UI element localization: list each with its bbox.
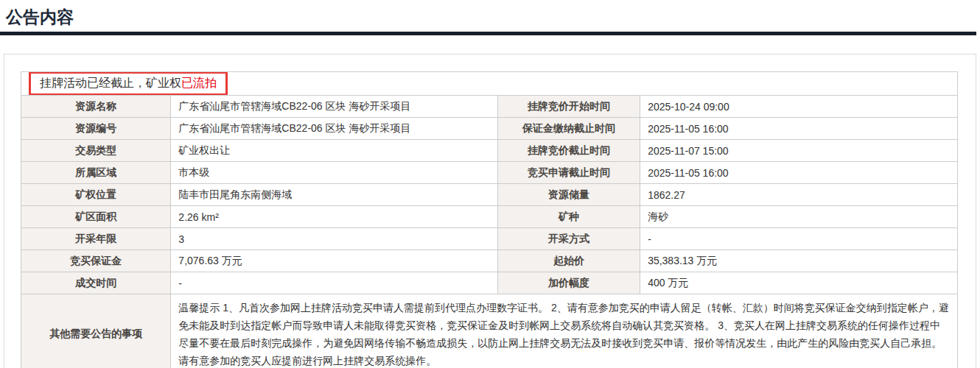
row-label: 起始价 bbox=[497, 250, 640, 272]
row-value: 7,076.63 万元 bbox=[171, 250, 498, 272]
row-value: 海砂 bbox=[640, 206, 958, 228]
table-row: 资源名称 广东省汕尾市管辖海域CB22-06 区块 海砂开采项目 挂牌竞价开始时… bbox=[21, 96, 958, 118]
page-title: 公告内容 bbox=[0, 0, 980, 27]
row-label: 竞买保证金 bbox=[21, 250, 171, 272]
table-row: 交易类型 矿业权出让 挂牌竞价截止时间 2025-11-07 15:00 bbox=[21, 140, 958, 162]
row-value: 2025-11-05 16:00 bbox=[640, 118, 958, 140]
row-label: 成交时间 bbox=[21, 272, 171, 294]
status-banner-text: 挂牌活动已经截止，矿业权 bbox=[40, 77, 181, 89]
row-label: 矿种 bbox=[497, 206, 640, 228]
table-row: 成交时间 - 加价幅度 400 万元 bbox=[21, 272, 958, 294]
row-value: 2025-11-05 16:00 bbox=[640, 162, 958, 184]
announcement-table: 挂牌活动已经截止，矿业权已流拍 资源名称 广东省汕尾市管辖海域CB22-06 区… bbox=[21, 71, 958, 368]
row-value: - bbox=[640, 228, 958, 250]
row-value: 陆丰市田尾角东南侧海域 bbox=[171, 184, 498, 206]
status-banner-cell: 挂牌活动已经截止，矿业权已流拍 bbox=[21, 72, 958, 96]
table-row: 所属区域 市本级 竞买申请截止时间 2025-11-05 16:00 bbox=[21, 162, 958, 184]
other-notes-text: 温馨提示 1、凡首次参加网上挂牌活动竞买申请人需提前到代理点办理数字证书。 2、… bbox=[171, 294, 958, 368]
table-row: 矿权位置 陆丰市田尾角东南侧海域 资源储量 1862.27 bbox=[21, 184, 958, 206]
row-label: 开采方式 bbox=[497, 228, 640, 250]
announcement-card: 挂牌活动已经截止，矿业权已流拍 资源名称 广东省汕尾市管辖海域CB22-06 区… bbox=[4, 54, 976, 368]
row-value: 市本级 bbox=[171, 162, 498, 184]
row-value: 2.26 km² bbox=[171, 206, 498, 228]
row-value: - bbox=[171, 272, 498, 294]
row-label: 资源编号 bbox=[21, 118, 171, 140]
table-row: 矿区面积 2.26 km² 矿种 海砂 bbox=[21, 206, 958, 228]
status-banner: 挂牌活动已经截止，矿业权已流拍 bbox=[29, 72, 228, 96]
row-label: 所属区域 bbox=[21, 162, 171, 184]
row-label: 挂牌竞价开始时间 bbox=[497, 96, 640, 118]
row-label: 资源储量 bbox=[497, 184, 640, 206]
row-label: 保证金缴纳截止时间 bbox=[497, 118, 640, 140]
row-label: 矿权位置 bbox=[21, 184, 171, 206]
status-banner-highlight: 已流拍 bbox=[181, 77, 217, 89]
row-label: 其他需要公告的事项 bbox=[21, 294, 171, 368]
row-value: 400 万元 bbox=[640, 272, 958, 294]
row-label: 交易类型 bbox=[21, 140, 171, 162]
row-label: 竞买申请截止时间 bbox=[497, 162, 640, 184]
row-label: 开采年限 bbox=[21, 228, 171, 250]
row-label: 矿区面积 bbox=[21, 206, 171, 228]
table-row-other-notes: 其他需要公告的事项 温馨提示 1、凡首次参加网上挂牌活动竞买申请人需提前到代理点… bbox=[21, 294, 958, 368]
row-value: 广东省汕尾市管辖海域CB22-06 区块 海砂开采项目 bbox=[171, 96, 498, 118]
row-label: 挂牌竞价截止时间 bbox=[497, 140, 640, 162]
table-row: 资源编号 广东省汕尾市管辖海域CB22-06 区块 海砂开采项目 保证金缴纳截止… bbox=[21, 118, 958, 140]
row-value: 2025-10-24 09:00 bbox=[640, 96, 958, 118]
row-label: 加价幅度 bbox=[497, 272, 640, 294]
row-value: 1862.27 bbox=[640, 184, 958, 206]
row-value: 矿业权出让 bbox=[171, 140, 498, 162]
row-value: 广东省汕尾市管辖海域CB22-06 区块 海砂开采项目 bbox=[171, 118, 498, 140]
row-value: 2025-11-07 15:00 bbox=[640, 140, 958, 162]
row-value: 35,383.13 万元 bbox=[640, 250, 958, 272]
row-label: 资源名称 bbox=[21, 96, 171, 118]
row-value: 3 bbox=[171, 228, 498, 250]
table-row: 开采年限 3 开采方式 - bbox=[21, 228, 958, 250]
status-banner-row: 挂牌活动已经截止，矿业权已流拍 bbox=[21, 72, 958, 96]
table-row: 竞买保证金 7,076.63 万元 起始价 35,383.13 万元 bbox=[21, 250, 958, 272]
title-underline-bar bbox=[0, 32, 976, 35]
